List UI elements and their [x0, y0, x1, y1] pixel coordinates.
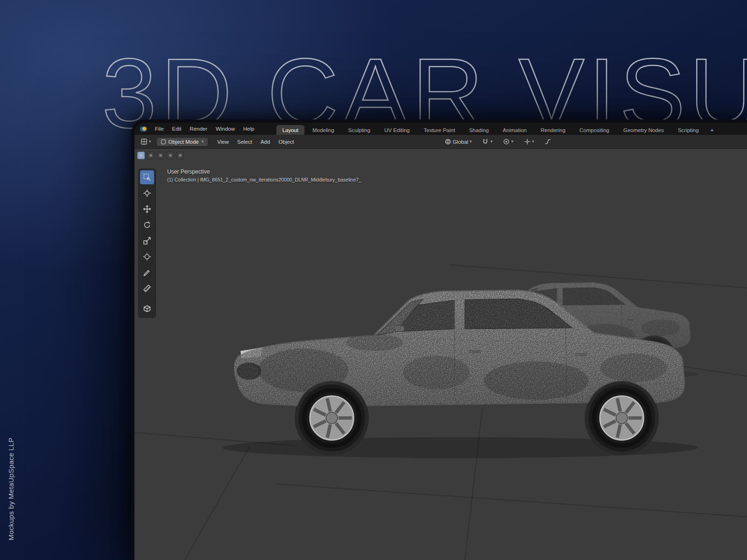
chevron-down-icon: ▾ [470, 140, 472, 144]
measure-ruler-icon [143, 284, 151, 293]
blender-logo-icon[interactable] [140, 126, 147, 132]
tab-texture-paint[interactable]: Texture Paint [418, 125, 461, 135]
move-tool-button[interactable] [140, 202, 154, 216]
tab-rendering[interactable]: Rendering [535, 125, 571, 135]
annotate-pen-icon [143, 268, 151, 277]
tab-shading[interactable]: Shading [463, 125, 495, 135]
device-mockup: File Edit Render Window Help Layout Mode… [131, 119, 747, 560]
orientation-label: Global [453, 139, 468, 145]
transform-orientation-dropdown[interactable]: Global ▾ [442, 137, 474, 146]
view-perspective-label: User Perspective [167, 168, 361, 175]
topbar: File Edit Render Window Help Layout Mode… [134, 123, 747, 135]
blender-window: File Edit Render Window Help Layout Mode… [134, 123, 747, 560]
cursor-icon [143, 189, 151, 197]
menu-object[interactable]: Object [274, 138, 298, 146]
menu-add[interactable]: Add [256, 138, 274, 146]
tab-sculpting[interactable]: Sculpting [342, 125, 376, 135]
move-icon [143, 205, 151, 213]
menu-file[interactable]: File [151, 125, 168, 133]
annotate-tool-button[interactable] [140, 266, 154, 280]
snap-dropdown[interactable]: ▾ [479, 137, 495, 146]
object-mode-label: Object Mode [169, 139, 199, 145]
page: { "hero": { "title": "3D CAR VISU" }, "w… [0, 0, 747, 560]
tab-uv-editing[interactable]: UV Editing [378, 125, 416, 135]
viewport-3d[interactable]: User Perspective (1) Collection | IMG_86… [134, 149, 747, 560]
tool-column [138, 168, 156, 318]
menu-help[interactable]: Help [239, 125, 259, 133]
viewport-quick-icon[interactable] [176, 152, 184, 159]
viewport-editor-icon [141, 138, 148, 145]
viewport-quick-icon-active[interactable] [137, 152, 145, 159]
chevron-down-icon: ▾ [532, 140, 535, 144]
chevron-down-icon: ▾ [490, 140, 493, 144]
global-orientation-icon [444, 138, 451, 145]
chevron-down-icon: ▾ [202, 140, 204, 144]
measure-tool-button[interactable] [140, 281, 154, 295]
scene-canvas[interactable] [134, 149, 747, 560]
chevron-down-icon: ▾ [149, 140, 151, 144]
object-mode-dropdown[interactable]: Object Mode ▾ [156, 137, 209, 147]
menu-window[interactable]: Window [211, 125, 239, 133]
watermark-text: Mockups by MetaUpSpace LLP [7, 437, 15, 540]
object-mode-icon [161, 140, 166, 144]
workspace-tabs: Layout Modeling Sculpting UV Editing Tex… [276, 123, 718, 135]
proportional-editing-toggle[interactable]: ▾ [500, 137, 516, 146]
menu-edit[interactable]: Edit [168, 125, 186, 133]
viewport-header: ▾ Object Mode ▾ View Select Add Object G… [134, 135, 747, 149]
tab-layout[interactable]: Layout [276, 125, 305, 135]
tab-geometry-nodes[interactable]: Geometry Nodes [617, 125, 670, 135]
tab-compositing[interactable]: Compositing [573, 125, 615, 135]
add-cube-tool-button[interactable] [140, 302, 154, 316]
select-box-icon [143, 173, 151, 182]
tab-animation[interactable]: Animation [497, 125, 533, 135]
rotate-tool-button[interactable] [140, 218, 154, 232]
pivot-point-dropdown[interactable]: ▾ [521, 137, 537, 146]
viewport-quick-icons [137, 152, 184, 159]
menu-view[interactable]: View [213, 138, 233, 146]
viewport-header-right: Global ▾ ▾ ▾ [442, 137, 554, 146]
cursor-tool-button[interactable] [140, 186, 154, 200]
chevron-down-icon: ▾ [511, 140, 514, 144]
tab-modeling[interactable]: Modeling [306, 125, 340, 135]
falloff-curve-icon [544, 138, 551, 145]
pivot-point-icon [524, 138, 531, 145]
transform-tool-button[interactable] [140, 250, 154, 264]
active-collection-label: (1) Collection | IMG_8651_2_custom_nw_it… [167, 177, 361, 182]
menu-render[interactable]: Render [185, 125, 211, 133]
proportional-editing-icon [503, 138, 510, 145]
editor-type-dropdown[interactable]: ▾ [138, 137, 154, 146]
viewport-quick-icon[interactable] [157, 152, 164, 159]
viewport-overlay-text: User Perspective (1) Collection | IMG_86… [167, 168, 361, 182]
add-workspace-button[interactable]: + [707, 125, 718, 135]
select-box-tool-button[interactable] [140, 170, 154, 184]
rotate-icon [143, 221, 151, 229]
falloff-dropdown[interactable] [542, 137, 554, 146]
add-cube-icon [143, 305, 151, 313]
transform-icon [143, 252, 151, 261]
tab-scripting[interactable]: Scripting [672, 125, 705, 135]
scale-tool-button[interactable] [140, 234, 154, 248]
snap-magnet-icon [482, 138, 489, 145]
scale-icon [143, 237, 151, 245]
viewport-quick-icon[interactable] [167, 152, 174, 159]
menu-select[interactable]: Select [233, 138, 256, 146]
viewport-quick-icon[interactable] [147, 152, 155, 159]
